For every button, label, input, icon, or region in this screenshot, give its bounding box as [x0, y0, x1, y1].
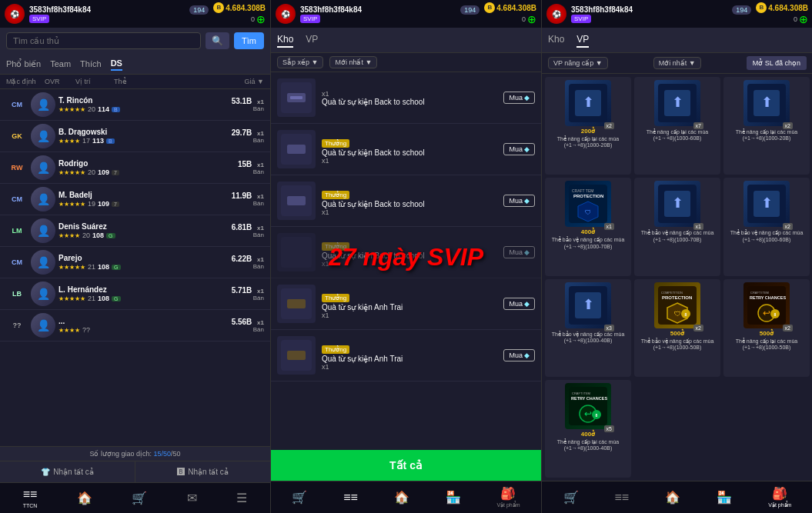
- svg-rect-4: [287, 145, 306, 154]
- tab-phobien[interactable]: Phổ biến: [6, 58, 41, 71]
- all-btn[interactable]: Tất cả: [271, 450, 541, 481]
- table-row[interactable]: RW 👤 Rodrigo ★★★★★ 20 109 7 15B x1 Bán: [0, 152, 270, 184]
- nav-menu[interactable]: ☰: [236, 491, 247, 505]
- tab-kho[interactable]: Kho: [277, 32, 293, 48]
- vp-item[interactable]: ⬆ x1 Thẻ bảo vệ nâng cấp các mùa (+1→+8)…: [634, 178, 720, 275]
- plus-btn-2[interactable]: ⊕: [527, 13, 536, 25]
- item-actions: Mua ◆: [503, 143, 535, 155]
- receive-all-btn-1[interactable]: 👕 Nhận tất cả: [0, 461, 135, 482]
- buy-btn[interactable]: Mua ◆: [503, 92, 535, 104]
- svg-text:⬆: ⬆: [583, 95, 594, 110]
- vip-badge-2: SVIP: [300, 15, 320, 23]
- sort-dropdown[interactable]: Sắp xếp ▼: [277, 56, 323, 68]
- buy-btn[interactable]: Mua ◆: [503, 143, 535, 155]
- player-name: Denis Suárez: [58, 222, 215, 231]
- svg-text:⬆: ⬆: [761, 95, 773, 110]
- list-item[interactable]: x1 Quà từ sự kiện Back to school Mua ◆: [271, 72, 541, 124]
- tab-vp[interactable]: VP: [306, 32, 318, 48]
- list-item[interactable]: Thưởng Quà từ sự kiện Back to school x1 …: [271, 175, 541, 227]
- top-bar-1: ⚽ 3583hf8h3f84k84 194 SVIP B 4.684.308B …: [0, 0, 270, 28]
- tab-kho-3[interactable]: Kho: [548, 32, 564, 48]
- vp-img: CRAFT TEM PROTECTION 🛡 x1: [565, 181, 611, 227]
- list-item[interactable]: Thưởng Quà từ sự kiện Anh Trai x1 Mua ◆: [271, 330, 541, 381]
- vp-item[interactable]: ⬆ x2 Thẻ bảo vệ nâng cấp các mùa (+1→+8)…: [723, 178, 810, 275]
- nav-home3[interactable]: 🏠: [665, 490, 680, 505]
- vp-item[interactable]: ⬆ x2 200ở Thẻ nâng cấp lại các mùa (+1→+…: [545, 77, 631, 175]
- vp-item[interactable]: CRAFT ITEM RETRY CHANCES ↩ 8 x5 400ở Thẻ…: [545, 380, 631, 478]
- item-thumb: [277, 285, 316, 323]
- nav-store2[interactable]: 🏪: [446, 490, 461, 505]
- nav-ttcn[interactable]: ≡≡ TTCN: [23, 488, 38, 508]
- player-meta: ★★★★★ 21 108 G: [58, 263, 215, 271]
- nav-shop3[interactable]: 🛒: [563, 490, 579, 505]
- vp-item[interactable]: ⬆ x3 Thẻ bảo vệ nâng cấp các mùa (+1→+8)…: [545, 279, 631, 377]
- vp-item[interactable]: CRAFT ITEM RETRY CHANCES ↩ 8 x2 500ở Thẻ…: [723, 279, 810, 377]
- item-info: Thưởng Quà từ sự kiện Back to school x1: [322, 135, 497, 165]
- vp-img: ⬆ x2: [565, 80, 611, 126]
- search-input[interactable]: [6, 32, 201, 49]
- tab-vp-3[interactable]: VP: [576, 32, 589, 48]
- receive-label-1: Nhận tất cả: [53, 468, 93, 476]
- nav-store[interactable]: 🛒: [132, 491, 147, 505]
- svg-text:⬆: ⬆: [761, 195, 773, 211]
- list-item[interactable]: Thưởng Quà từ sự kiện Back to school x1 …: [271, 227, 541, 278]
- vp-item[interactable]: CRAFT TEM PROTECTION 🛡 x1 400ở Thẻ bảo v…: [545, 178, 631, 275]
- list-item[interactable]: Thưởng Quà từ sự kiện Back to school x1 …: [271, 124, 541, 175]
- bottom-nav-1: ≡≡ TTCN 🏠 🛒 ✉ ☰: [0, 482, 270, 513]
- vp-item[interactable]: COMPETITION PROTECTION 🛡 8 x2 500ở Thẻ b…: [634, 279, 720, 377]
- table-row[interactable]: GK 👤 B. Drągowski ★★★★ 17 113 B 29.7B x1…: [0, 121, 270, 152]
- player-name: ...: [58, 317, 215, 325]
- nav-home[interactable]: 🏠: [77, 491, 92, 505]
- search-button[interactable]: Tìm: [234, 32, 264, 49]
- tab-ds[interactable]: DS: [111, 57, 122, 71]
- avatar: 👤: [31, 218, 55, 243]
- buy-btn[interactable]: Mua ◆: [503, 246, 535, 258]
- item-thumb: [277, 130, 316, 168]
- buy-btn[interactable]: Mua ◆: [503, 349, 535, 361]
- nav-vatpham3[interactable]: 🎒 Vật phẩm: [768, 486, 791, 508]
- vp-item[interactable]: ⬆ x7 Thẻ nâng cấp lại các mùa (+1→+8)(10…: [634, 77, 720, 175]
- nav-home2[interactable]: 🏠: [394, 490, 409, 505]
- nav-list3[interactable]: ≡≡: [615, 491, 630, 505]
- plus-btn-1[interactable]: ⊕: [256, 13, 266, 25]
- vp-grid: ⬆ x2 200ở Thẻ nâng cấp lại các mùa (+1→+…: [542, 74, 812, 481]
- list-item[interactable]: Thưởng Quà từ sự kiện Anh Trai x1 Mua ◆: [271, 278, 541, 330]
- search-icon-btn[interactable]: 🔍: [206, 32, 229, 49]
- table-row[interactable]: LB 👤 L. Hernández ★★★★★ 21 108 G 5.71B x…: [0, 278, 270, 310]
- open-sl-btn[interactable]: Mở SL đã chọn: [747, 56, 807, 70]
- player-info: Denis Suárez ★★★★ 20 108 G: [58, 222, 215, 239]
- table-row[interactable]: CM 👤 Parejo ★★★★★ 21 108 G 6.22B x1 Bán: [0, 247, 270, 278]
- newest-dropdown[interactable]: Mới nhất ▼: [329, 56, 377, 68]
- col-price: Giá ▼: [137, 78, 264, 85]
- vp-filter-dropdown[interactable]: VP nâng cấp ▼: [548, 57, 608, 69]
- svg-text:🛡: 🛡: [674, 310, 681, 318]
- nav-store3[interactable]: 🏪: [717, 490, 732, 505]
- vp-img: ⬆ x1: [654, 181, 700, 227]
- item-list: x1 Quà từ sự kiện Back to school Mua ◆ T…: [271, 72, 541, 450]
- points-3: 0: [794, 15, 797, 23]
- nav-vatpham2[interactable]: 🎒 Vật phẩm: [496, 486, 520, 508]
- newest-dropdown-vp[interactable]: Mới nhất ▼: [653, 57, 701, 69]
- coins-3: 4.684.308B: [768, 4, 808, 12]
- plus-btn-3[interactable]: ⊕: [799, 13, 808, 25]
- table-row[interactable]: CM 👤 M. Badelj ★★★★★ 19 109 7 11.9B x1 B…: [0, 184, 270, 215]
- player-info: L. Hernández ★★★★★ 21 108 G: [58, 285, 215, 302]
- nav-mail[interactable]: ✉: [187, 491, 197, 505]
- table-row[interactable]: ?? 👤 ... ★★★★ ?? 5.56B x1 Bán: [0, 310, 270, 341]
- coin-icon-2: B: [484, 2, 495, 13]
- svg-text:CRAFT ITEM: CRAFT ITEM: [750, 291, 769, 295]
- item-info: Thưởng Quà từ sự kiện Anh Trai x1: [322, 289, 497, 319]
- tab-team[interactable]: Team: [50, 58, 71, 70]
- nav-label-ttcn: TTCN: [23, 503, 38, 508]
- receive-all-btn-2[interactable]: 🅱 Nhận tất cả: [135, 461, 270, 482]
- nav-list2[interactable]: ≡≡: [343, 491, 358, 505]
- tab-thich[interactable]: Thích: [80, 58, 102, 70]
- avatar: 👤: [31, 92, 55, 117]
- table-row[interactable]: CM 👤 T. Rincón ★★★★★ 20 114 B 53.1B x1 B…: [0, 89, 270, 121]
- nav-shop[interactable]: 🛒: [292, 490, 307, 505]
- buy-btn[interactable]: Mua ◆: [503, 195, 535, 207]
- col-card: Thẻ: [114, 78, 137, 85]
- table-row[interactable]: LM 👤 Denis Suárez ★★★★ 20 108 G 6.81B x1…: [0, 215, 270, 247]
- buy-btn[interactable]: Mua ◆: [503, 298, 535, 310]
- vp-item[interactable]: ⬆ x2 Thẻ nâng cấp lại các mùa (+1→+8)(10…: [723, 77, 810, 175]
